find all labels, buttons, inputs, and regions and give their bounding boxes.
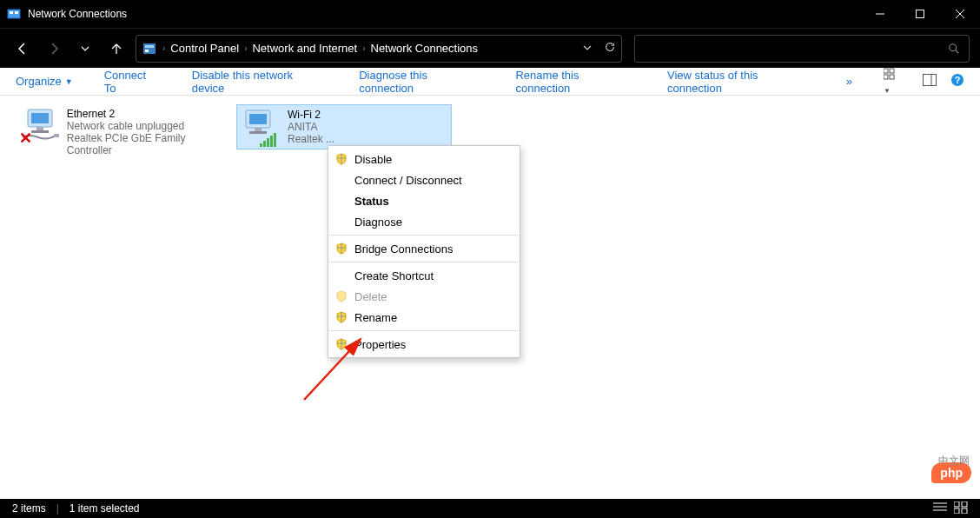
adapter-status: Network cable unplugged — [67, 120, 229, 132]
status-item-count: 2 items — [12, 502, 46, 515]
wifi-icon — [241, 109, 282, 147]
view-options-button[interactable]: ▼ — [884, 68, 909, 96]
svg-rect-35 — [954, 508, 959, 514]
search-box[interactable] — [634, 35, 970, 63]
svg-rect-27 — [255, 128, 262, 131]
menu-separator — [329, 235, 519, 236]
svg-line-11 — [956, 50, 959, 53]
chevron-right-icon[interactable]: › — [244, 43, 247, 53]
menu-rename[interactable]: Rename — [328, 307, 520, 328]
breadcrumb-network-internet[interactable]: Network and Internet — [252, 42, 357, 55]
navbar: › Control Panel › Network and Internet ›… — [0, 28, 980, 68]
svg-rect-14 — [884, 75, 888, 79]
svg-rect-34 — [962, 501, 967, 507]
shield-icon — [335, 311, 348, 323]
menu-properties[interactable]: Properties — [328, 334, 520, 355]
svg-rect-1 — [10, 11, 13, 14]
recent-dropdown[interactable] — [73, 37, 97, 61]
diagnose-connection-button[interactable]: Diagnose this connection — [359, 69, 484, 95]
status-divider: | — [56, 502, 59, 515]
titlebar: Network Connections — [0, 0, 980, 28]
svg-rect-16 — [924, 75, 937, 86]
menu-connect-disconnect[interactable]: Connect / Disconnect — [328, 169, 520, 190]
minimize-button[interactable] — [860, 0, 900, 28]
svg-rect-9 — [145, 50, 149, 52]
preview-pane-button[interactable] — [923, 74, 937, 89]
svg-rect-15 — [890, 75, 894, 79]
svg-rect-7 — [143, 43, 156, 54]
disconnected-x-icon: ✕ — [19, 129, 32, 148]
svg-text:?: ? — [955, 75, 961, 85]
shield-icon — [335, 338, 348, 350]
menu-separator — [329, 262, 519, 262]
adapter-device: Realtek PCIe GbE Family Controller — [67, 132, 229, 156]
adapter-ethernet[interactable]: ✕ Ethernet 2 Network cable unplugged Rea… — [17, 104, 233, 149]
search-icon — [948, 43, 960, 55]
status-selected-count: 1 item selected — [70, 502, 140, 515]
adapter-name: Wi-Fi 2 — [288, 109, 334, 121]
adapter-device: Realtek ... — [288, 133, 334, 145]
close-button[interactable] — [940, 0, 980, 28]
svg-rect-36 — [962, 508, 967, 514]
svg-rect-2 — [15, 11, 18, 14]
svg-rect-22 — [36, 127, 43, 130]
signal-strength-icon — [260, 133, 276, 147]
ethernet-icon: ✕ — [21, 108, 62, 146]
menu-diagnose[interactable]: Diagnose — [328, 211, 520, 232]
menu-bridge-connections[interactable]: Bridge Connections — [328, 238, 520, 259]
forward-button[interactable] — [42, 37, 66, 61]
disable-device-button[interactable]: Disable this network device — [192, 69, 328, 95]
back-button[interactable] — [10, 37, 35, 61]
content-area: ✕ Ethernet 2 Network cable unplugged Rea… — [0, 96, 980, 499]
svg-rect-4 — [917, 10, 924, 18]
details-view-button[interactable] — [933, 501, 947, 516]
window-controls — [860, 0, 980, 28]
rename-connection-button[interactable]: Rename this connection — [515, 69, 636, 95]
address-dropdown-icon[interactable] — [583, 42, 592, 55]
shield-icon — [335, 290, 348, 302]
svg-rect-8 — [145, 45, 154, 48]
menu-separator — [329, 330, 519, 331]
menu-delete: Delete — [328, 286, 520, 307]
overflow-button[interactable]: » — [846, 75, 852, 88]
maximize-button[interactable] — [900, 0, 940, 28]
chevron-right-icon[interactable]: › — [362, 43, 365, 53]
organize-button[interactable]: Organize ▼ — [16, 75, 73, 88]
statusbar: 2 items | 1 item selected — [0, 499, 980, 518]
svg-rect-26 — [249, 114, 267, 124]
up-button[interactable] — [104, 37, 129, 61]
command-bar: Organize ▼ Connect To Disable this netwo… — [0, 68, 980, 96]
breadcrumb-network-connections[interactable]: Network Connections — [371, 42, 479, 55]
svg-rect-23 — [31, 130, 49, 133]
svg-rect-24 — [54, 134, 59, 137]
svg-rect-21 — [31, 113, 49, 123]
help-button[interactable]: ? — [950, 73, 964, 90]
adapter-wifi[interactable]: Wi-Fi 2 ANITA Realtek ... Disable Connec… — [236, 104, 452, 149]
breadcrumb-control-panel[interactable]: Control Panel — [170, 42, 239, 55]
context-menu: Disable Connect / Disconnect Status Diag… — [328, 145, 520, 358]
adapter-name: Ethernet 2 — [67, 108, 229, 120]
shield-icon — [335, 153, 348, 165]
shield-icon — [335, 242, 348, 255]
chevron-right-icon[interactable]: › — [162, 43, 165, 53]
control-panel-icon — [142, 41, 157, 56]
svg-rect-33 — [954, 501, 959, 507]
watermark-badge: 中文网 php — [931, 462, 971, 483]
menu-create-shortcut[interactable]: Create Shortcut — [328, 265, 520, 286]
menu-disable[interactable]: Disable — [328, 149, 520, 169]
refresh-button[interactable] — [604, 41, 616, 56]
menu-status[interactable]: Status — [328, 190, 520, 211]
app-icon — [7, 7, 21, 21]
connect-to-button[interactable]: Connect To — [104, 69, 161, 95]
svg-rect-13 — [890, 69, 894, 73]
tiles-view-button[interactable] — [954, 501, 968, 516]
adapter-status: ANITA — [288, 121, 334, 133]
window-title: Network Connections — [28, 8, 127, 20]
svg-rect-12 — [884, 69, 888, 73]
svg-point-10 — [950, 43, 957, 50]
chevron-down-icon: ▼ — [65, 77, 73, 86]
address-bar[interactable]: › Control Panel › Network and Internet ›… — [136, 35, 622, 63]
view-status-button[interactable]: View status of this connection — [667, 69, 815, 95]
